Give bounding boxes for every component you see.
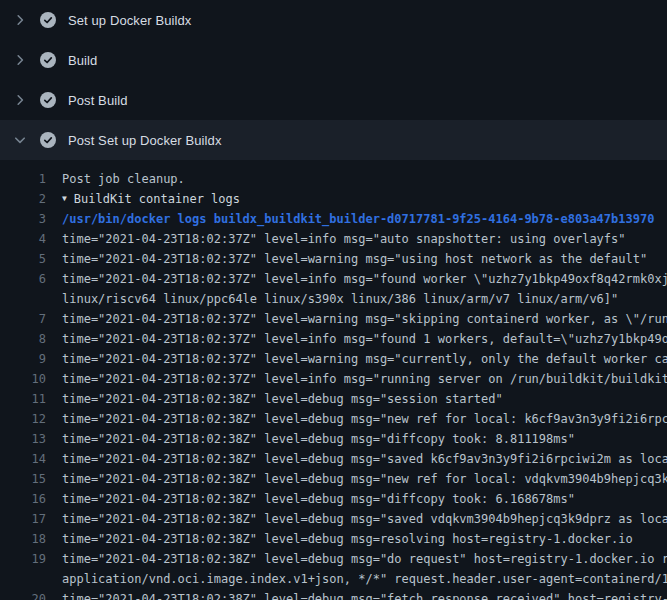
log-text: time="2021-04-23T18:02:37Z" level=warnin… — [46, 249, 647, 269]
log-text: time="2021-04-23T18:02:38Z" level=debug … — [46, 489, 575, 509]
log-line[interactable]: 6time="2021-04-23T18:02:37Z" level=info … — [0, 269, 667, 289]
chevron-right-icon[interactable] — [12, 52, 28, 68]
log-text: time="2021-04-23T18:02:37Z" level=info m… — [46, 269, 667, 289]
success-check-icon — [40, 132, 56, 148]
step-title: Set up Docker Buildx — [68, 13, 191, 28]
line-number[interactable]: 10 — [0, 369, 46, 389]
group-toggle-icon[interactable]: ▼ — [62, 189, 67, 209]
log-line[interactable]: 13time="2021-04-23T18:02:38Z" level=debu… — [0, 429, 667, 449]
log-line[interactable]: 8time="2021-04-23T18:02:37Z" level=info … — [0, 329, 667, 349]
log-line[interactable]: 4time="2021-04-23T18:02:37Z" level=info … — [0, 229, 667, 249]
log-line[interactable]: linux/riscv64 linux/ppc64le linux/s390x … — [0, 289, 667, 309]
line-number[interactable]: 7 — [0, 309, 46, 329]
log-line[interactable]: 20time="2021-04-23T18:02:38Z" level=debu… — [0, 589, 667, 600]
log-text: application/vnd.oci.image.index.v1+json,… — [46, 569, 667, 589]
line-number[interactable]: 3 — [0, 209, 46, 229]
log-text: time="2021-04-23T18:02:37Z" level=info m… — [46, 369, 667, 389]
chevron-right-icon[interactable] — [12, 92, 28, 108]
line-number[interactable]: 19 — [0, 549, 46, 569]
step-header-post-build[interactable]: Post Build — [0, 80, 667, 120]
log-line[interactable]: 11time="2021-04-23T18:02:38Z" level=debu… — [0, 389, 667, 409]
step-title: Build — [68, 53, 97, 68]
line-number[interactable]: 9 — [0, 349, 46, 369]
chevron-down-icon[interactable] — [12, 132, 28, 148]
log-text: time="2021-04-23T18:02:38Z" level=debug … — [46, 429, 575, 449]
workflow-log-viewer: Set up Docker Buildx Build Post Build Po… — [0, 0, 667, 600]
step-title: Post Build — [68, 93, 128, 108]
line-number[interactable]: 14 — [0, 449, 46, 469]
log-line[interactable]: 17time="2021-04-23T18:02:38Z" level=debu… — [0, 509, 667, 529]
log-line[interactable]: 2▼BuildKit container logs — [0, 189, 667, 209]
log-line[interactable]: 3/usr/bin/docker logs buildx_buildkit_bu… — [0, 209, 667, 229]
log-line[interactable]: application/vnd.oci.image.index.v1+json,… — [0, 569, 667, 589]
step-header-set-up-docker-buildx[interactable]: Set up Docker Buildx — [0, 0, 667, 40]
line-number[interactable]: 13 — [0, 429, 46, 449]
success-check-icon — [40, 92, 56, 108]
log-line[interactable]: 5time="2021-04-23T18:02:37Z" level=warni… — [0, 249, 667, 269]
chevron-right-icon[interactable] — [12, 12, 28, 28]
log-text: time="2021-04-23T18:02:37Z" level=info m… — [46, 329, 667, 349]
log-line[interactable]: 14time="2021-04-23T18:02:38Z" level=debu… — [0, 449, 667, 469]
log-text: time="2021-04-23T18:02:38Z" level=debug … — [46, 409, 667, 429]
log-text: time="2021-04-23T18:02:38Z" level=debug … — [46, 469, 667, 489]
log-line[interactable]: 12time="2021-04-23T18:02:38Z" level=debu… — [0, 409, 667, 429]
log-text: ▼BuildKit container logs — [46, 189, 240, 209]
line-number[interactable] — [0, 289, 46, 309]
log-line[interactable]: 16time="2021-04-23T18:02:38Z" level=debu… — [0, 489, 667, 509]
success-check-icon — [40, 52, 56, 68]
step-title: Post Set up Docker Buildx — [68, 133, 222, 148]
log-line[interactable]: 18time="2021-04-23T18:02:38Z" level=debu… — [0, 529, 667, 549]
success-check-icon — [40, 12, 56, 28]
log-text: time="2021-04-23T18:02:38Z" level=debug … — [46, 509, 667, 529]
log-line[interactable]: 1Post job cleanup. — [0, 169, 667, 189]
line-number[interactable] — [0, 569, 46, 589]
log-line[interactable]: 15time="2021-04-23T18:02:38Z" level=debu… — [0, 469, 667, 489]
log-text: time="2021-04-23T18:02:38Z" level=debug … — [46, 449, 667, 469]
log-text: time="2021-04-23T18:02:38Z" level=debug … — [46, 589, 667, 600]
log-text: Post job cleanup. — [46, 169, 185, 189]
line-number[interactable]: 17 — [0, 509, 46, 529]
log-line[interactable]: 19time="2021-04-23T18:02:38Z" level=debu… — [0, 549, 667, 569]
step-header-build[interactable]: Build — [0, 40, 667, 80]
log-text: linux/riscv64 linux/ppc64le linux/s390x … — [46, 289, 618, 309]
log-text: time="2021-04-23T18:02:37Z" level=info m… — [46, 229, 626, 249]
line-number[interactable]: 4 — [0, 229, 46, 249]
log-text: /usr/bin/docker logs buildx_buildkit_bui… — [46, 209, 654, 229]
line-number[interactable]: 18 — [0, 529, 46, 549]
log-text: time="2021-04-23T18:02:38Z" level=debug … — [46, 389, 503, 409]
log-text: time="2021-04-23T18:02:37Z" level=warnin… — [46, 349, 667, 369]
line-number[interactable]: 15 — [0, 469, 46, 489]
line-number[interactable]: 8 — [0, 329, 46, 349]
line-number[interactable]: 1 — [0, 169, 46, 189]
line-number[interactable]: 16 — [0, 489, 46, 509]
line-number[interactable]: 12 — [0, 409, 46, 429]
line-number[interactable]: 5 — [0, 249, 46, 269]
log-line[interactable]: 10time="2021-04-23T18:02:37Z" level=info… — [0, 369, 667, 389]
log-lines-container: 1Post job cleanup.2▼BuildKit container l… — [0, 160, 667, 600]
log-line[interactable]: 9time="2021-04-23T18:02:37Z" level=warni… — [0, 349, 667, 369]
log-text: time="2021-04-23T18:02:38Z" level=debug … — [46, 549, 667, 569]
line-number[interactable]: 2 — [0, 189, 46, 209]
step-header-post-set-up-docker-buildx[interactable]: Post Set up Docker Buildx — [0, 120, 667, 160]
log-line[interactable]: 7time="2021-04-23T18:02:37Z" level=warni… — [0, 309, 667, 329]
line-number[interactable]: 20 — [0, 589, 46, 600]
log-text: time="2021-04-23T18:02:38Z" level=debug … — [46, 529, 633, 549]
line-number[interactable]: 6 — [0, 269, 46, 289]
log-text: time="2021-04-23T18:02:37Z" level=warnin… — [46, 309, 667, 329]
line-number[interactable]: 11 — [0, 389, 46, 409]
group-title: BuildKit container logs — [74, 192, 240, 206]
